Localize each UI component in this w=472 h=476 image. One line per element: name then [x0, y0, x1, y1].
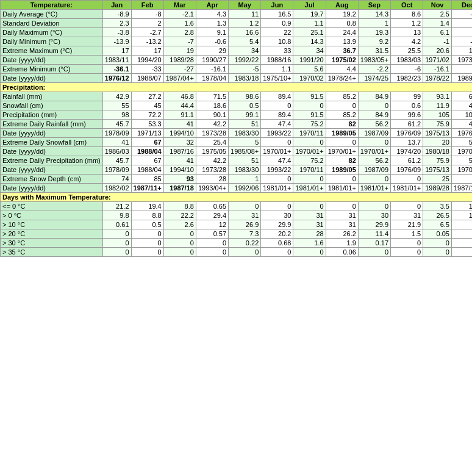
- table-row: Date (yyyy/dd)1986/031988/041987/161975/…: [1, 147, 473, 156]
- cell: 1.4: [423, 19, 452, 28]
- cell: 1971/02: [423, 56, 452, 65]
- cell: 0: [293, 138, 326, 147]
- cell: 0: [229, 248, 261, 257]
- cell: 0.6: [391, 101, 423, 110]
- cell: 0: [163, 239, 196, 248]
- cell: 0: [102, 239, 131, 248]
- cell: 0: [326, 175, 358, 184]
- cell: 1989/05: [326, 129, 358, 138]
- cell: -3.8: [102, 28, 131, 37]
- cell: 29.9: [358, 220, 390, 229]
- cell: -2.1: [163, 10, 196, 19]
- cell: 0: [358, 138, 390, 147]
- cell: 56.2: [358, 156, 390, 165]
- row-label: Precipitation (mm): [1, 110, 103, 120]
- cell: 1987/16: [163, 147, 196, 156]
- cell: 0: [131, 248, 163, 257]
- cell: 98.6: [229, 92, 261, 101]
- cell: 6.5: [423, 220, 452, 229]
- cell: 1993/22: [261, 129, 293, 138]
- cell: -5: [229, 65, 261, 74]
- cell: 1976/09: [391, 165, 423, 175]
- cell: 1.1: [293, 19, 326, 28]
- cell: 6.1: [423, 28, 452, 37]
- section-header: Precipitation:: [1, 83, 473, 92]
- row-label: > 35 °C: [1, 248, 103, 257]
- cell: 0: [293, 175, 326, 184]
- cell: 1.5: [391, 229, 423, 239]
- cell: 1992/06: [229, 184, 261, 193]
- row-label: Date (yyyy/dd): [1, 184, 103, 193]
- cell: 1970/24: [451, 147, 472, 156]
- cell: -0.6: [196, 37, 228, 46]
- cell: 42.2: [196, 156, 228, 165]
- table-row: Daily Average (°C)-8.9-8-2.14.31116.519.…: [1, 10, 473, 19]
- cell: 1987/11+: [131, 184, 163, 193]
- cell: 0: [451, 248, 472, 257]
- cell: 0.05: [423, 229, 452, 239]
- cell: 99: [391, 92, 423, 101]
- cell: 1989/30: [451, 74, 472, 83]
- cell: 75.2: [293, 156, 326, 165]
- cell: 0: [358, 101, 390, 110]
- cell: 0.9: [261, 19, 293, 28]
- cell: 31: [326, 211, 358, 220]
- col-header-apr: Apr: [196, 1, 228, 10]
- cell: 1994/10: [163, 129, 196, 138]
- row-label: Date (yyyy/dd): [1, 74, 103, 83]
- cell: 0.68: [261, 239, 293, 248]
- cell: 1989/28: [423, 184, 452, 193]
- cell: 17: [102, 46, 131, 56]
- cell: 0: [131, 239, 163, 248]
- cell: -13.9: [102, 37, 131, 46]
- cell: -1: [423, 37, 452, 46]
- cell: 20.2: [261, 229, 293, 239]
- cell: 27.2: [131, 92, 163, 101]
- cell: 31: [293, 211, 326, 220]
- cell: 0: [358, 202, 390, 211]
- cell: 0: [131, 229, 163, 239]
- cell: 19.2: [326, 10, 358, 19]
- cell: 89.4: [261, 110, 293, 120]
- cell: 75.2: [293, 120, 326, 129]
- cell: 1.1: [261, 65, 293, 74]
- cell: 99.1: [229, 110, 261, 120]
- cell: 1973/28: [196, 129, 228, 138]
- cell: 20: [423, 138, 452, 147]
- cell: 1975/10+: [261, 74, 293, 83]
- cell: 1988/04: [131, 147, 163, 156]
- cell: -8: [131, 10, 163, 19]
- cell: 42.2: [196, 120, 228, 129]
- cell: 1970/11: [293, 165, 326, 175]
- cell: -27: [163, 65, 196, 74]
- cell: 1994/10: [163, 165, 196, 175]
- cell: 1970/01+: [293, 147, 326, 156]
- cell: 26.9: [229, 220, 261, 229]
- cell: 2.6: [163, 220, 196, 229]
- cell: 61.2: [391, 156, 423, 165]
- cell: 1978/09: [102, 129, 131, 138]
- cell: 25.5: [391, 46, 423, 56]
- row-label: > 20 °C: [1, 229, 103, 239]
- row-label: Date (yyyy/dd): [1, 147, 103, 156]
- cell: 0.06: [326, 248, 358, 257]
- col-header-feb: Feb: [131, 1, 163, 10]
- cell: 1973/28: [196, 165, 228, 175]
- cell: 0: [196, 248, 228, 257]
- cell: 4.2: [391, 37, 423, 46]
- cell: 1.2: [391, 19, 423, 28]
- cell: 2.3: [102, 19, 131, 28]
- cell: 47.4: [261, 156, 293, 165]
- cell: 1983/30: [229, 129, 261, 138]
- cell: 1974/20: [391, 147, 423, 156]
- cell: 0.22: [229, 239, 261, 248]
- cell: 18.3: [451, 202, 472, 211]
- cell: 85.2: [326, 110, 358, 120]
- cell: 1981/01+: [358, 184, 390, 193]
- col-header-dec: Dec: [451, 1, 472, 10]
- cell: 1981/01+: [293, 184, 326, 193]
- cell: 28: [196, 175, 228, 184]
- cell: 1987/09: [358, 165, 390, 175]
- cell: 1981/01+: [326, 184, 358, 193]
- cell: 1: [358, 19, 390, 28]
